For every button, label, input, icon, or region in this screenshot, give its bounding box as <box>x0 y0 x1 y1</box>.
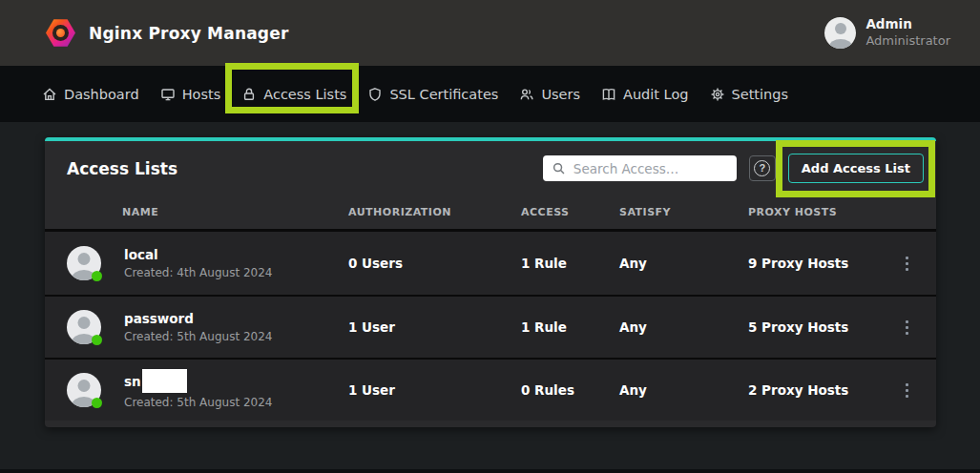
shield-icon <box>367 87 383 102</box>
app-logo-icon <box>46 18 75 48</box>
search-box <box>543 155 737 181</box>
satisfy-value: Any <box>619 319 722 335</box>
user-avatar <box>824 17 856 49</box>
access-value: 1 Rule <box>521 319 619 335</box>
nav-label: Hosts <box>182 87 221 102</box>
redaction-box <box>142 369 187 393</box>
nav-item-dashboard[interactable]: Dashboard <box>42 87 139 102</box>
nav-label: SSL Certificates <box>389 87 498 102</box>
main-nav: Dashboard Hosts Access Lists SSL Certifi… <box>0 66 980 122</box>
users-icon <box>519 87 534 102</box>
row-actions-menu-icon[interactable] <box>894 251 919 276</box>
search-icon <box>552 161 566 175</box>
nav-item-access-lists[interactable]: Access Lists <box>241 87 346 102</box>
avatar <box>67 310 101 344</box>
nav-item-users[interactable]: Users <box>519 87 580 102</box>
column-header-name: NAME <box>45 206 348 218</box>
column-header-authorization: AUTHORIZATION <box>348 206 521 218</box>
proxy-hosts-value: 2 Proxy Hosts <box>722 382 886 398</box>
proxy-hosts-value: 5 Proxy Hosts <box>722 319 886 335</box>
row-actions-menu-icon[interactable] <box>894 378 919 402</box>
question-icon: ? <box>754 160 770 176</box>
page-title: Access Lists <box>67 159 177 178</box>
access-list-name: local <box>124 247 158 262</box>
authorization-value: 1 User <box>348 319 521 335</box>
column-header-proxy-hosts: PROXY HOSTS <box>722 206 886 218</box>
column-header-satisfy: SATISFY <box>619 206 722 218</box>
user-name: Admin <box>865 16 950 33</box>
access-lists-panel: Access Lists ? Add Access List NAME AUTH… <box>45 137 936 427</box>
app-header: Nginx Proxy Manager Admin Administrator <box>0 0 980 66</box>
avatar <box>67 373 101 407</box>
row-actions-menu-icon[interactable] <box>894 315 919 339</box>
created-date: Created: 5th August 2024 <box>124 396 272 409</box>
status-dot <box>92 271 102 281</box>
help-button[interactable]: ? <box>749 155 776 181</box>
nav-item-settings[interactable]: Settings <box>710 87 788 102</box>
book-icon <box>601 87 616 102</box>
authorization-value: 1 User <box>348 382 521 398</box>
monitor-icon <box>160 87 176 102</box>
created-date: Created: 5th August 2024 <box>124 330 272 343</box>
nav-label: Users <box>541 87 580 102</box>
avatar <box>67 246 101 280</box>
status-dot <box>92 335 102 345</box>
status-dot <box>92 398 102 408</box>
table-row[interactable]: sn Created: 5th August 2024 1 User 0 Rul… <box>45 358 936 421</box>
nav-label: Settings <box>732 87 788 102</box>
access-value: 1 Rule <box>521 256 619 271</box>
access-list-name: password <box>124 311 194 326</box>
created-date: Created: 4th August 2024 <box>124 266 272 279</box>
home-icon <box>42 87 57 102</box>
proxy-hosts-value: 9 Proxy Hosts <box>722 256 886 271</box>
app-title: Nginx Proxy Manager <box>89 24 289 43</box>
user-menu[interactable]: Admin Administrator <box>824 0 950 66</box>
search-input[interactable] <box>573 161 728 176</box>
nav-label: Access Lists <box>263 87 346 102</box>
nav-item-ssl-certificates[interactable]: SSL Certificates <box>367 87 498 102</box>
table-row[interactable]: password Created: 5th August 2024 1 User… <box>45 295 936 358</box>
add-access-list-button[interactable]: Add Access List <box>788 154 924 183</box>
nav-item-audit-log[interactable]: Audit Log <box>601 87 689 102</box>
nav-label: Audit Log <box>623 87 689 102</box>
table-row[interactable]: local Created: 4th August 2024 0 Users 1… <box>45 232 936 295</box>
access-list-name: sn <box>124 374 141 389</box>
user-role: Administrator <box>865 33 950 50</box>
satisfy-value: Any <box>619 256 722 271</box>
column-header-access: ACCESS <box>521 206 619 218</box>
authorization-value: 0 Users <box>348 256 521 271</box>
satisfy-value: Any <box>619 382 722 398</box>
gear-icon <box>710 87 725 102</box>
nav-label: Dashboard <box>64 87 139 102</box>
access-value: 0 Rules <box>521 382 619 398</box>
screen-bottom-edge <box>0 469 980 473</box>
table-header: NAME AUTHORIZATION ACCESS SATISFY PROXY … <box>45 195 936 232</box>
nav-item-hosts[interactable]: Hosts <box>160 87 221 102</box>
lock-icon <box>241 87 257 102</box>
